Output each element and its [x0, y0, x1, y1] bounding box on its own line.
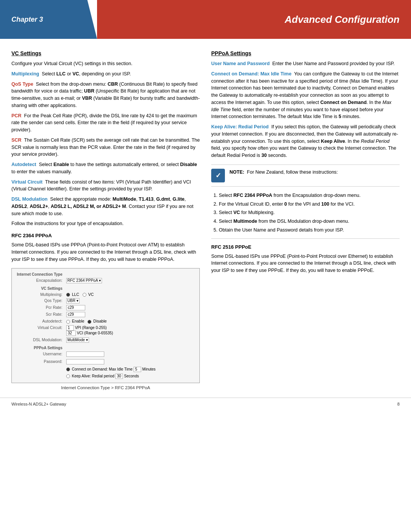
- keep-alive-label: Keep Alive: Redial Period: [211, 124, 269, 129]
- vpi-input[interactable]: 1: [66, 325, 74, 331]
- vc-settings-section: VC Settings Configure your Virtual Circu…: [11, 50, 200, 227]
- dsl-form-label: DSL Modulation:: [15, 337, 64, 343]
- rfc2364-section: RFC 2364 PPPoA Some DSL-based ISPs use P…: [11, 233, 200, 390]
- connect-demand-label: Connect on Demand: Max Idle Time: [211, 71, 292, 77]
- redial-period-input[interactable]: 30: [115, 374, 123, 379]
- page-title: Advanced Configuration: [97, 0, 411, 39]
- note-icon: ✓: [211, 169, 225, 182]
- multiplexing-para: Multiplexing Select LLC or VC, depending…: [11, 70, 200, 78]
- screenshot-caption: Internet Connection Type > RFC 2364 PPPo…: [11, 385, 200, 390]
- form-section-header: Internet Connection Type: [15, 272, 64, 277]
- note-item-4: Select Multimode from the DSL Modulation…: [219, 218, 400, 225]
- vc-radio[interactable]: [83, 293, 86, 297]
- disable-radio[interactable]: [88, 320, 91, 324]
- autodetect-form-label: Autodetect:: [15, 318, 64, 324]
- connect-demand-radio[interactable]: [66, 367, 70, 371]
- virtual-circuit-form-label: Virtual Circuit:: [15, 324, 64, 337]
- qos-para: QoS Type Select from the drop-down menu:…: [11, 81, 200, 109]
- page-header: Chapter 3 Advanced Configuration: [0, 0, 411, 39]
- page-footer: Wireless-N ADSL2+ Gateway 8: [0, 398, 411, 410]
- right-column: PPPoA Settings User Name and Password En…: [211, 50, 400, 390]
- form-table: Internet Connection Type Encapsulation: …: [15, 272, 196, 379]
- note-list: Select RFC 2364 PPPoA from the Encapsula…: [219, 192, 400, 234]
- note-item-5: Obtain the User Name and Password detail…: [219, 227, 400, 234]
- llc-radio[interactable]: [66, 293, 70, 297]
- note-label: NOTE:: [229, 169, 244, 175]
- follow-instructions: Follow the instructions for your type of…: [11, 220, 200, 227]
- footer-left: Wireless-N ADSL2+ Gateway: [11, 402, 66, 406]
- chapter-label: Chapter 3: [0, 0, 97, 39]
- footer-right: 8: [397, 402, 400, 406]
- multiplexing-label: Multiplexing: [11, 71, 39, 77]
- note-item-3: Select VC for Multiplexing.: [219, 209, 400, 216]
- rfc2516-title: RFC 2516 PPPoE: [211, 244, 400, 250]
- pcr-label: PCR: [11, 113, 21, 118]
- pcr-para: PCR For the Peak Cell Rate (PCR), divide…: [11, 112, 200, 134]
- connect-demand-label: [15, 366, 64, 373]
- username-label: Username:: [15, 351, 64, 358]
- keep-alive-para: Keep Alive: Redial Period If you select …: [211, 123, 400, 159]
- dsl-modulation-para: DSL Modulation Select the appropriate mo…: [11, 196, 200, 217]
- rfc2364-title: RFC 2364 PPPoA: [11, 233, 200, 238]
- main-content: VC Settings Configure your Virtual Circu…: [0, 39, 411, 398]
- scr-form-label: Scr Rate:: [15, 311, 64, 318]
- username-input[interactable]: [66, 351, 104, 357]
- dsl-select[interactable]: MultiMode ▾: [66, 337, 89, 343]
- pcr-form-label: Pcr Rate:: [15, 304, 64, 311]
- virtual-circuit-para: Virtual Circuit These fields consist of …: [11, 179, 200, 193]
- autodetect-para: Autodetect Select Enable to have the set…: [11, 161, 200, 176]
- autodetect-label: Autodetect: [11, 162, 36, 167]
- multiplexing-form-label: Multiplexing:: [15, 291, 64, 297]
- pppoa-section-label: PPPoA Settings: [15, 343, 64, 351]
- note-item-1: Select RFC 2364 PPPoA from the Encapsula…: [219, 192, 400, 199]
- note-item-2: For the Virtual Circuit ID, enter 0 for …: [219, 201, 400, 208]
- qos-select[interactable]: UBR ▾: [66, 298, 80, 304]
- keep-alive-radio[interactable]: [66, 374, 70, 378]
- enable-radio[interactable]: [66, 320, 70, 324]
- rfc2364-text: Some DSL-based ISPs use PPPoA (Point-to-…: [11, 241, 200, 263]
- user-name-para: User Name and Password Enter the User Na…: [211, 60, 400, 67]
- encapsulation-value: RFC 2364 PPPoA ▾: [64, 277, 196, 284]
- user-name-label: User Name and Password: [211, 61, 270, 66]
- vci-input[interactable]: 32: [66, 331, 76, 336]
- connect-demand-para: Connect on Demand: Max Idle Time You can…: [211, 70, 400, 120]
- left-column: VC Settings Configure your Virtual Circu…: [11, 50, 200, 390]
- section-divider: [211, 238, 400, 239]
- note-box: ✓ NOTE: For New Zealand, follow these in…: [211, 165, 400, 187]
- vc-settings-label: VC Settings: [15, 284, 64, 291]
- rfc2516-section: RFC 2516 PPPoE Some DSL-based ISPs use P…: [211, 244, 400, 274]
- qos-form-label: Qos Type:: [15, 297, 64, 304]
- vc-intro: Configure your Virtual Circuit (VC) sett…: [11, 60, 200, 67]
- idle-time-input[interactable]: 5: [134, 367, 141, 372]
- note-text: NOTE: For New Zealand, follow these inst…: [229, 169, 338, 176]
- scr-label: SCR: [11, 137, 21, 143]
- rfc2364-screenshot: Internet Connection Type Encapsulation: …: [11, 268, 200, 383]
- scr-para: SCR The Sustain Cell Rate (SCR) sets the…: [11, 137, 200, 158]
- pppoa-settings-title: PPPoA Settings: [211, 50, 400, 56]
- pcr-input[interactable]: c29: [66, 305, 85, 310]
- virtual-circuit-label: Virtual Circuit: [11, 179, 43, 185]
- note-content: For New Zealand, follow these instructio…: [247, 169, 338, 175]
- rfc2516-text: Some DSL-based ISPs use PPPoE (Point-to-…: [211, 253, 400, 274]
- qos-label: QoS Type: [11, 81, 33, 87]
- encapsulation-label: Encapsulation:: [15, 277, 64, 284]
- vc-settings-title: VC Settings: [11, 50, 200, 56]
- multiplexing-form-value: LLC VC: [64, 291, 196, 297]
- dsl-modulation-label: DSL Modulation: [11, 197, 48, 202]
- password-input[interactable]: [66, 359, 104, 364]
- scr-input[interactable]: c29: [66, 312, 85, 317]
- pppoa-settings-section: PPPoA Settings User Name and Password En…: [211, 50, 400, 159]
- password-label: Password:: [15, 358, 64, 366]
